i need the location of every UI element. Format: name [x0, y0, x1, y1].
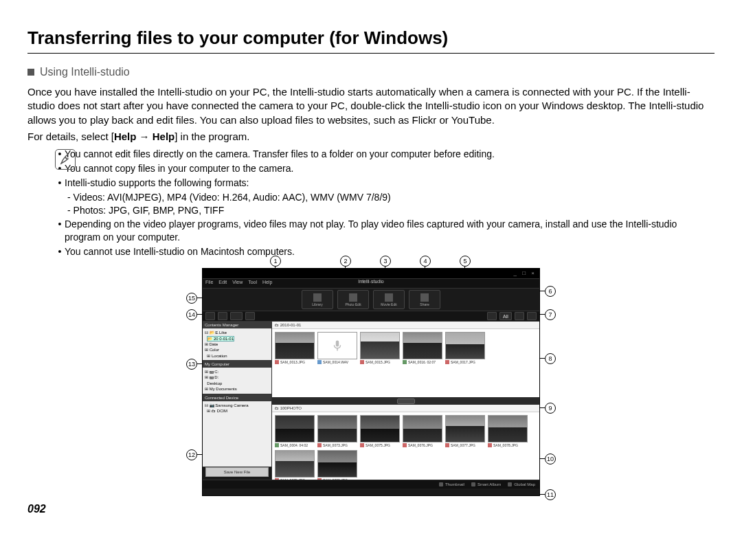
callout-10: 10: [545, 453, 556, 464]
note-item: Depending on the video player programs, …: [65, 218, 715, 244]
app-brand: Intelli-studio: [203, 279, 539, 284]
thumbnail[interactable]: SAM_0079.JPG: [275, 450, 315, 480]
thumbnail[interactable]: SAM_0080.JPG: [317, 450, 357, 480]
window-controls[interactable]: _ □ ×: [514, 269, 539, 276]
mode-movie-edit[interactable]: Movie Edit: [373, 290, 405, 309]
tree-folders[interactable]: ⊟ 📂 E.Like 📂 20 0-01-01 ⊞ Date ⊞ Color ⊞…: [203, 328, 271, 360]
callout-11: 11: [545, 489, 556, 500]
left-sidebar: Contents Manager ⊟ 📂 E.Like 📂 20 0-01-01…: [203, 322, 272, 480]
filter-all[interactable]: All: [499, 312, 512, 320]
panel-connected-device: Connected Device: [203, 394, 271, 401]
mode-library[interactable]: Library: [302, 290, 333, 309]
callout-9: 9: [545, 403, 556, 414]
save-new-file-button[interactable]: Save New File: [205, 467, 269, 477]
thumbnail[interactable]: SAM_0014.WAV: [317, 332, 357, 364]
app-screenshot: 1 2 3 4 5 6 7 8 9 10 11 15 14 13 12 _ □ …: [189, 268, 553, 496]
thumbnail[interactable]: SAM_0076.JPG: [403, 415, 442, 447]
mode-share[interactable]: Share: [409, 290, 440, 309]
callout-14: 14: [186, 309, 197, 320]
callout-6: 6: [545, 286, 556, 297]
tool-photo-filter[interactable]: [515, 312, 524, 320]
view-global-map[interactable]: Global Map: [508, 482, 535, 486]
thumbnail[interactable]: SAM_0016. 02:07: [403, 332, 442, 364]
callout-3: 3: [380, 256, 391, 267]
tree-device[interactable]: ⊟ 📷 Samsung Camera ⊞ 🗀 DCIM: [203, 401, 271, 416]
intro-paragraph: Once you have installed the Intelli-stud…: [27, 85, 715, 127]
panel-my-computer: My Computer: [203, 361, 271, 368]
tree-drives[interactable]: ⊞ 🖴 C: ⊞ 🖴 D: Desktop ⊞ My Documents: [203, 368, 271, 394]
nav-home[interactable]: [230, 312, 243, 320]
thumbnail[interactable]: SAM_0004. 04:02: [275, 415, 315, 447]
callout-7: 7: [545, 309, 556, 320]
nav-up[interactable]: [245, 312, 255, 320]
nav-toolbar: All: [203, 311, 539, 322]
callout-8: 8: [545, 353, 556, 364]
callout-13: 13: [186, 359, 197, 370]
callout-4: 4: [420, 256, 431, 267]
note-subitem: - Photos: JPG, GIF, BMP, PNG, TIFF: [55, 204, 715, 217]
callout-5: 5: [460, 256, 471, 267]
note-list: •You cannot edit files directly on the c…: [55, 148, 715, 258]
help-hint: For details, select [Help → Help] in the…: [27, 130, 715, 144]
nav-back[interactable]: [205, 312, 215, 320]
note-item: You cannot use Intelli-studio on Macinto…: [65, 245, 295, 258]
callout-15: 15: [186, 293, 197, 304]
mode-bar: Library Photo Edit Movie Edit Share: [203, 289, 539, 311]
nav-fwd[interactable]: [218, 312, 227, 320]
thumbnail[interactable]: SAM_0078.JPG: [488, 415, 528, 447]
thumbnail[interactable]: SAM_0017.JPG: [445, 332, 485, 364]
callout-1: 1: [270, 256, 281, 267]
breadcrumb-top[interactable]: 🗀 2010-01-01: [272, 322, 539, 329]
thumbnail[interactable]: SAM_0073.JPG: [317, 415, 357, 447]
note-subitem: - Videos: AVI(MJPEG), MP4 (Video: H.264,…: [55, 191, 715, 204]
panel-contents-manager: Contents Manager: [203, 322, 271, 328]
callout-12: 12: [186, 449, 197, 460]
thumbnail[interactable]: SAM_0013.JPG: [275, 332, 315, 364]
callout-2: 2: [340, 256, 351, 267]
note-icon: [55, 149, 76, 170]
page-number: 092: [27, 503, 715, 515]
thumbnail[interactable]: SAM_0077.JPG: [445, 415, 485, 447]
pc-content-pane: 🗀 2010-01-01 SAM_0013.JPG SAM_0014.WAV S…: [272, 322, 539, 398]
tool-new[interactable]: [487, 312, 497, 320]
window-titlebar[interactable]: _ □ ×: [203, 269, 539, 279]
view-smart-album[interactable]: Smart Album: [471, 482, 501, 486]
tool-audio-filter[interactable]: [527, 312, 537, 320]
section-subtitle: Using Intelli-studio: [27, 66, 715, 78]
page-title: Transferring files to your computer (for…: [27, 27, 715, 49]
status-bar: Thumbnail Smart Album Global Map: [203, 480, 539, 489]
view-thumbnail[interactable]: Thumbnail: [439, 482, 464, 486]
note-item: You cannot edit files directly on the ca…: [65, 148, 495, 161]
breadcrumb-bottom[interactable]: 🗀 100PHOTO: [272, 405, 539, 412]
device-content-pane: 🗀 100PHOTO SAM_0004. 04:02 SAM_0073.JPG …: [272, 405, 539, 480]
title-rule: [27, 53, 715, 54]
note-item: Intelli-studio supports the following fo…: [65, 177, 249, 190]
note-item: You cannot copy files in your computer t…: [65, 162, 293, 175]
mode-photo-edit[interactable]: Photo Edit: [337, 290, 369, 309]
thumbnail[interactable]: SAM_0075.JPG: [360, 415, 400, 447]
thumbnail[interactable]: SAM_0015.JPG: [360, 332, 400, 364]
pane-splitter[interactable]: [272, 398, 539, 405]
